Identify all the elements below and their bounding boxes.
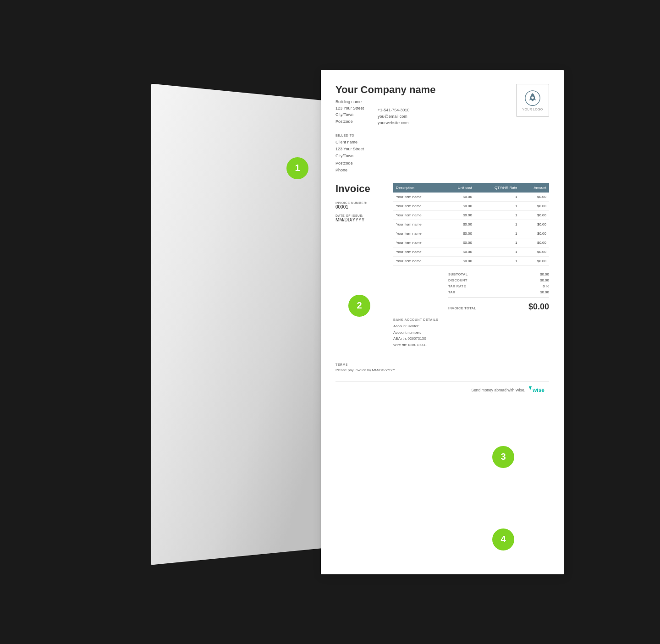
svg-marker-2 (529, 386, 532, 390)
cell-qty: 1 (475, 229, 520, 238)
table-row: Your item name $0.00 1 $0.00 (393, 220, 549, 229)
bank-section-label: BANK ACCOUNT DETAILS (393, 318, 549, 321)
svg-text:wise: wise (532, 387, 544, 393)
billed-section: BILLED TO Client name 123 Your Street Ci… (336, 134, 549, 174)
cell-unit-cost: $0.00 (443, 220, 475, 229)
cell-description: Your item name (393, 248, 443, 257)
invoice-left: Invoice INVOICE NUMBER: 00001 DATE OF IS… (336, 183, 386, 348)
cell-amount: $0.00 (520, 257, 549, 266)
cell-description: Your item name (393, 211, 443, 220)
cell-amount: $0.00 (520, 211, 549, 220)
bank-info: Account Holder: Account number: ABA rtn:… (393, 323, 549, 348)
table-row: Your item name $0.00 1 $0.00 (393, 229, 549, 238)
invoice-date-value: MM/DD/YYYY (336, 217, 386, 222)
cell-unit-cost: $0.00 (443, 229, 475, 238)
tax-rate-label: TAX RATE (448, 284, 466, 288)
table-row: Your item name $0.00 1 $0.00 (393, 257, 549, 266)
cell-amount: $0.00 (520, 229, 549, 238)
billed-to-label: BILLED TO (336, 134, 549, 137)
company-address: Building name 123 Your Street City/Town … (336, 99, 364, 127)
logo-box: YOUR LOGO (516, 84, 549, 117)
cell-description: Your item name (393, 229, 443, 238)
cell-amount: $0.00 (520, 220, 549, 229)
badge-3: 3 (492, 446, 514, 468)
invoice-footer: Send money abroad with Wise. wise (336, 381, 549, 394)
cell-amount: $0.00 (520, 202, 549, 211)
rocket-icon (524, 90, 541, 106)
wise-logo: wise (529, 386, 549, 394)
cell-description: Your item name (393, 257, 443, 266)
totals-divider (448, 297, 549, 298)
invoice-number-value: 00001 (336, 204, 386, 209)
invoice-date-label: DATE OF ISSUE: (336, 214, 386, 217)
cell-qty: 1 (475, 248, 520, 257)
tax-label: TAX (448, 290, 455, 294)
invoice-table: Description Unit cost QTY/HR Rate Amount… (393, 183, 549, 266)
invoice-main: Invoice INVOICE NUMBER: 00001 DATE OF IS… (336, 183, 549, 348)
table-row: Your item name $0.00 1 $0.00 (393, 193, 549, 202)
cell-unit-cost: $0.00 (443, 193, 475, 202)
totals-table: SUBTOTAL $0.00 DIsCoUnT $0.00 TAX RATE 0… (448, 271, 549, 312)
badge-4: 4 (492, 528, 514, 550)
footer-text: Send money abroad with Wise. (471, 388, 525, 392)
cell-unit-cost: $0.00 (443, 211, 475, 220)
col-qty: QTY/HR Rate (475, 183, 520, 193)
discount-label: DIsCoUnT (448, 278, 468, 282)
cell-unit-cost: $0.00 (443, 248, 475, 257)
cell-qty: 1 (475, 238, 520, 248)
table-header: Description Unit cost QTY/HR Rate Amount (393, 183, 549, 193)
cell-description: Your item name (393, 238, 443, 248)
discount-row: DIsCoUnT $0.00 (448, 277, 549, 283)
cell-description: Your item name (393, 220, 443, 229)
company-name: Your Company name (336, 84, 435, 96)
col-amount: Amount (520, 183, 549, 193)
company-contact-block: Building name 123 Your Street City/Town … (336, 99, 435, 127)
terms-text: Please pay invoice by MM/DD/YYYY (336, 368, 549, 372)
cell-unit-cost: $0.00 (443, 238, 475, 248)
cell-qty: 1 (475, 257, 520, 266)
subtotal-row: SUBTOTAL $0.00 (448, 271, 549, 277)
totals-section: SUBTOTAL $0.00 DIsCoUnT $0.00 TAX RATE 0… (393, 271, 549, 312)
invoice-number-label: INVOICE NUMBER: (336, 201, 386, 204)
cell-description: Your item name (393, 202, 443, 211)
cell-amount: $0.00 (520, 248, 549, 257)
invoice-total-label: INVOICE TOTAL (448, 306, 476, 310)
cell-amount: $0.00 (520, 238, 549, 248)
invoice-header: Your Company name Building name 123 Your… (336, 84, 549, 127)
bank-section: BANK ACCOUNT DETAILS Account Holder: Acc… (393, 318, 549, 348)
company-block: Your Company name Building name 123 Your… (336, 84, 435, 127)
cell-qty: 1 (475, 193, 520, 202)
badge-2: 2 (348, 295, 370, 317)
tax-rate-value: 0 % (543, 284, 549, 288)
col-description: Description (393, 183, 443, 193)
svg-point-1 (531, 96, 534, 99)
invoice-right: Description Unit cost QTY/HR Rate Amount… (393, 183, 549, 348)
tax-row: TAX $0.00 (448, 289, 549, 295)
cell-amount: $0.00 (520, 193, 549, 202)
cell-description: Your item name (393, 193, 443, 202)
wise-brand-icon: wise (529, 386, 549, 394)
discount-value: $0.00 (540, 278, 549, 282)
tax-value: $0.00 (540, 290, 549, 294)
tax-rate-row: TAX RATE 0 % (448, 283, 549, 289)
cell-qty: 1 (475, 220, 520, 229)
terms-section: TERMS Please pay invoice by MM/DD/YYYY (336, 359, 549, 372)
invoice-paper: Your Company name Building name 123 Your… (321, 70, 564, 574)
table-row: Your item name $0.00 1 $0.00 (393, 248, 549, 257)
table-row: Your item name $0.00 1 $0.00 (393, 202, 549, 211)
col-unit-cost: Unit cost (443, 183, 475, 193)
terms-label: TERMS (336, 363, 549, 366)
table-body: Your item name $0.00 1 $0.00 Your item n… (393, 193, 549, 266)
invoice-title: Invoice (336, 183, 386, 195)
cell-unit-cost: $0.00 (443, 202, 475, 211)
scene: 1 2 3 4 Your Company name Building name … (124, 47, 536, 597)
table-row: Your item name $0.00 1 $0.00 (393, 211, 549, 220)
billed-info: Client name 123 Your Street City/Town Po… (336, 139, 549, 174)
invoice-total-amount: $0.00 (528, 302, 549, 312)
cell-unit-cost: $0.00 (443, 257, 475, 266)
subtotal-value: $0.00 (540, 272, 549, 276)
subtotal-label: SUBTOTAL (448, 272, 468, 276)
cell-qty: 1 (475, 202, 520, 211)
table-row: Your item name $0.00 1 $0.00 (393, 238, 549, 248)
cell-qty: 1 (475, 211, 520, 220)
